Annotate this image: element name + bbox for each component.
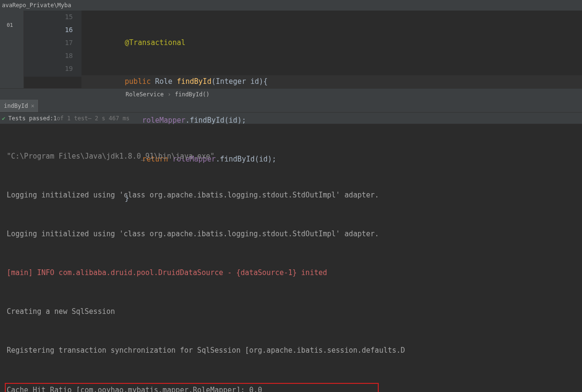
code-editor[interactable]: 15 16 17 18 19 @Transactional public Rol… xyxy=(24,11,582,77)
top-path-bar: avaRepo_Private\Myba xyxy=(0,0,582,11)
console-line: Creating a new SqlSession xyxy=(7,305,581,318)
line-number: 15 xyxy=(24,11,73,23)
param-type: Integer xyxy=(216,77,246,86)
project-sidebar[interactable]: 01 xyxy=(0,11,24,88)
tests-duration: – 2 s 467 ms xyxy=(88,115,129,122)
breadcrumb-item[interactable]: findById() xyxy=(175,91,210,98)
sidebar-item-label: 01 xyxy=(0,11,23,30)
chevron-right-icon: › xyxy=(167,91,171,98)
console-line: Registering transaction synchronization … xyxy=(7,344,581,357)
line-number-active: 16 xyxy=(24,23,73,36)
method-name: findById xyxy=(177,77,211,86)
line-number: 17 xyxy=(24,36,73,49)
field-ref: roleMapper xyxy=(142,116,185,125)
code-line: roleMapper.findById(id); xyxy=(81,114,582,127)
type: Role xyxy=(155,77,173,86)
tests-passed-count: 1 xyxy=(53,115,57,122)
keyword: public xyxy=(125,77,151,86)
gutter: 15 16 17 18 19 xyxy=(24,11,81,77)
code-area[interactable]: @Transactional public Role findById(Inte… xyxy=(81,11,582,77)
param-name: id xyxy=(250,77,259,86)
tests-passed-label: Tests passed: xyxy=(8,115,53,122)
tab-label: indById xyxy=(4,103,28,109)
close-icon[interactable]: × xyxy=(31,103,35,109)
method-call: findById xyxy=(190,116,224,125)
tab-findbyid[interactable]: indById × xyxy=(0,100,39,112)
tests-total: of 1 test xyxy=(57,115,88,122)
project-path: avaRepo_Private\Myba xyxy=(2,2,71,9)
annotation: @Transactional xyxy=(125,38,185,47)
code-line-active: public Role findById(Integer id){ xyxy=(81,75,582,88)
line-number: 18 xyxy=(24,49,73,62)
console-line-highlighted: Cache Hit Ratio [com.ooyhao.mybatis.mapp… xyxy=(5,383,379,392)
check-icon: ✔ xyxy=(2,115,5,122)
line-number: 19 xyxy=(24,62,73,75)
code-line: @Transactional xyxy=(81,36,582,49)
breadcrumb-item[interactable]: RoleService xyxy=(126,91,163,98)
console-line-info: [main] INFO com.alibaba.druid.pool.Druid… xyxy=(7,266,581,279)
